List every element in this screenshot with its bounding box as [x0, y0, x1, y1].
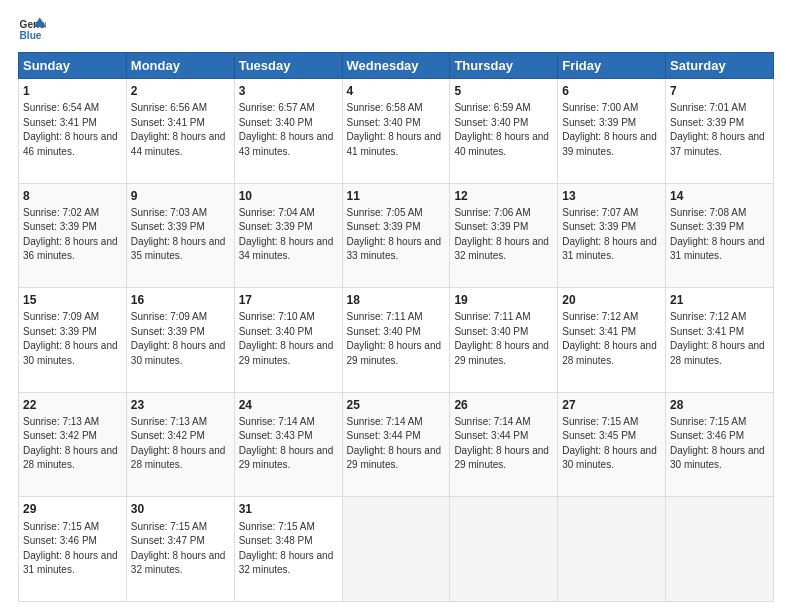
calendar-cell: [666, 497, 774, 602]
calendar-week-3: 15 Sunrise: 7:09 AMSunset: 3:39 PMDaylig…: [19, 288, 774, 393]
day-detail: Sunrise: 7:14 AMSunset: 3:44 PMDaylight:…: [347, 416, 442, 471]
calendar-cell: 31 Sunrise: 7:15 AMSunset: 3:48 PMDaylig…: [234, 497, 342, 602]
day-detail: Sunrise: 7:07 AMSunset: 3:39 PMDaylight:…: [562, 207, 657, 262]
calendar-cell: 26 Sunrise: 7:14 AMSunset: 3:44 PMDaylig…: [450, 392, 558, 497]
day-number: 8: [23, 188, 122, 204]
calendar-cell: 23 Sunrise: 7:13 AMSunset: 3:42 PMDaylig…: [126, 392, 234, 497]
calendar-cell: 17 Sunrise: 7:10 AMSunset: 3:40 PMDaylig…: [234, 288, 342, 393]
day-number: 25: [347, 397, 446, 413]
day-detail: Sunrise: 7:14 AMSunset: 3:43 PMDaylight:…: [239, 416, 334, 471]
calendar-body: 1 Sunrise: 6:54 AMSunset: 3:41 PMDayligh…: [19, 79, 774, 602]
day-number: 20: [562, 292, 661, 308]
calendar-cell: 9 Sunrise: 7:03 AMSunset: 3:39 PMDayligh…: [126, 183, 234, 288]
day-detail: Sunrise: 6:59 AMSunset: 3:40 PMDaylight:…: [454, 102, 549, 157]
calendar-cell: 4 Sunrise: 6:58 AMSunset: 3:40 PMDayligh…: [342, 79, 450, 184]
calendar-cell: [342, 497, 450, 602]
weekday-header-monday: Monday: [126, 53, 234, 79]
calendar-cell: 8 Sunrise: 7:02 AMSunset: 3:39 PMDayligh…: [19, 183, 127, 288]
day-number: 7: [670, 83, 769, 99]
calendar-cell: 19 Sunrise: 7:11 AMSunset: 3:40 PMDaylig…: [450, 288, 558, 393]
day-number: 17: [239, 292, 338, 308]
top-bar: General Blue: [18, 16, 774, 44]
weekday-header-saturday: Saturday: [666, 53, 774, 79]
weekday-header-sunday: Sunday: [19, 53, 127, 79]
calendar-cell: 2 Sunrise: 6:56 AMSunset: 3:41 PMDayligh…: [126, 79, 234, 184]
day-detail: Sunrise: 7:01 AMSunset: 3:39 PMDaylight:…: [670, 102, 765, 157]
day-detail: Sunrise: 7:13 AMSunset: 3:42 PMDaylight:…: [131, 416, 226, 471]
day-number: 23: [131, 397, 230, 413]
day-detail: Sunrise: 7:03 AMSunset: 3:39 PMDaylight:…: [131, 207, 226, 262]
day-detail: Sunrise: 7:12 AMSunset: 3:41 PMDaylight:…: [670, 311, 765, 366]
calendar-header-row: SundayMondayTuesdayWednesdayThursdayFrid…: [19, 53, 774, 79]
day-number: 30: [131, 501, 230, 517]
calendar-cell: 24 Sunrise: 7:14 AMSunset: 3:43 PMDaylig…: [234, 392, 342, 497]
day-number: 18: [347, 292, 446, 308]
calendar-table: SundayMondayTuesdayWednesdayThursdayFrid…: [18, 52, 774, 602]
calendar-cell: 16 Sunrise: 7:09 AMSunset: 3:39 PMDaylig…: [126, 288, 234, 393]
day-number: 24: [239, 397, 338, 413]
day-number: 27: [562, 397, 661, 413]
day-number: 2: [131, 83, 230, 99]
calendar-cell: [558, 497, 666, 602]
calendar-cell: 14 Sunrise: 7:08 AMSunset: 3:39 PMDaylig…: [666, 183, 774, 288]
calendar-cell: 20 Sunrise: 7:12 AMSunset: 3:41 PMDaylig…: [558, 288, 666, 393]
calendar-cell: 28 Sunrise: 7:15 AMSunset: 3:46 PMDaylig…: [666, 392, 774, 497]
day-number: 19: [454, 292, 553, 308]
day-detail: Sunrise: 6:56 AMSunset: 3:41 PMDaylight:…: [131, 102, 226, 157]
calendar-cell: 27 Sunrise: 7:15 AMSunset: 3:45 PMDaylig…: [558, 392, 666, 497]
day-detail: Sunrise: 7:02 AMSunset: 3:39 PMDaylight:…: [23, 207, 118, 262]
day-detail: Sunrise: 7:05 AMSunset: 3:39 PMDaylight:…: [347, 207, 442, 262]
weekday-header-thursday: Thursday: [450, 53, 558, 79]
day-detail: Sunrise: 6:54 AMSunset: 3:41 PMDaylight:…: [23, 102, 118, 157]
weekday-header-tuesday: Tuesday: [234, 53, 342, 79]
day-number: 10: [239, 188, 338, 204]
day-number: 14: [670, 188, 769, 204]
calendar-cell: 3 Sunrise: 6:57 AMSunset: 3:40 PMDayligh…: [234, 79, 342, 184]
weekday-header-wednesday: Wednesday: [342, 53, 450, 79]
calendar-cell: 7 Sunrise: 7:01 AMSunset: 3:39 PMDayligh…: [666, 79, 774, 184]
day-number: 11: [347, 188, 446, 204]
day-detail: Sunrise: 7:15 AMSunset: 3:45 PMDaylight:…: [562, 416, 657, 471]
day-detail: Sunrise: 7:13 AMSunset: 3:42 PMDaylight:…: [23, 416, 118, 471]
day-detail: Sunrise: 7:08 AMSunset: 3:39 PMDaylight:…: [670, 207, 765, 262]
calendar-cell: 12 Sunrise: 7:06 AMSunset: 3:39 PMDaylig…: [450, 183, 558, 288]
calendar-cell: 25 Sunrise: 7:14 AMSunset: 3:44 PMDaylig…: [342, 392, 450, 497]
calendar-cell: [450, 497, 558, 602]
calendar-cell: 30 Sunrise: 7:15 AMSunset: 3:47 PMDaylig…: [126, 497, 234, 602]
calendar-week-5: 29 Sunrise: 7:15 AMSunset: 3:46 PMDaylig…: [19, 497, 774, 602]
calendar-cell: 21 Sunrise: 7:12 AMSunset: 3:41 PMDaylig…: [666, 288, 774, 393]
calendar-cell: 6 Sunrise: 7:00 AMSunset: 3:39 PMDayligh…: [558, 79, 666, 184]
day-number: 29: [23, 501, 122, 517]
day-detail: Sunrise: 7:09 AMSunset: 3:39 PMDaylight:…: [131, 311, 226, 366]
calendar-cell: 13 Sunrise: 7:07 AMSunset: 3:39 PMDaylig…: [558, 183, 666, 288]
calendar-week-2: 8 Sunrise: 7:02 AMSunset: 3:39 PMDayligh…: [19, 183, 774, 288]
calendar-cell: 10 Sunrise: 7:04 AMSunset: 3:39 PMDaylig…: [234, 183, 342, 288]
calendar-week-4: 22 Sunrise: 7:13 AMSunset: 3:42 PMDaylig…: [19, 392, 774, 497]
day-number: 16: [131, 292, 230, 308]
calendar-cell: 15 Sunrise: 7:09 AMSunset: 3:39 PMDaylig…: [19, 288, 127, 393]
page: General Blue SundayMondayTuesdayWednesda…: [0, 0, 792, 612]
day-number: 26: [454, 397, 553, 413]
day-number: 9: [131, 188, 230, 204]
calendar-cell: 18 Sunrise: 7:11 AMSunset: 3:40 PMDaylig…: [342, 288, 450, 393]
day-detail: Sunrise: 7:00 AMSunset: 3:39 PMDaylight:…: [562, 102, 657, 157]
day-detail: Sunrise: 7:11 AMSunset: 3:40 PMDaylight:…: [347, 311, 442, 366]
day-detail: Sunrise: 7:15 AMSunset: 3:47 PMDaylight:…: [131, 521, 226, 576]
day-detail: Sunrise: 7:06 AMSunset: 3:39 PMDaylight:…: [454, 207, 549, 262]
calendar-cell: 29 Sunrise: 7:15 AMSunset: 3:46 PMDaylig…: [19, 497, 127, 602]
day-number: 4: [347, 83, 446, 99]
calendar-cell: 11 Sunrise: 7:05 AMSunset: 3:39 PMDaylig…: [342, 183, 450, 288]
day-detail: Sunrise: 7:12 AMSunset: 3:41 PMDaylight:…: [562, 311, 657, 366]
day-detail: Sunrise: 6:58 AMSunset: 3:40 PMDaylight:…: [347, 102, 442, 157]
svg-text:Blue: Blue: [20, 30, 42, 41]
day-detail: Sunrise: 7:04 AMSunset: 3:39 PMDaylight:…: [239, 207, 334, 262]
day-detail: Sunrise: 7:15 AMSunset: 3:46 PMDaylight:…: [670, 416, 765, 471]
day-number: 6: [562, 83, 661, 99]
day-number: 28: [670, 397, 769, 413]
weekday-header-friday: Friday: [558, 53, 666, 79]
day-number: 31: [239, 501, 338, 517]
day-number: 1: [23, 83, 122, 99]
calendar-cell: 1 Sunrise: 6:54 AMSunset: 3:41 PMDayligh…: [19, 79, 127, 184]
calendar-cell: 22 Sunrise: 7:13 AMSunset: 3:42 PMDaylig…: [19, 392, 127, 497]
day-number: 21: [670, 292, 769, 308]
